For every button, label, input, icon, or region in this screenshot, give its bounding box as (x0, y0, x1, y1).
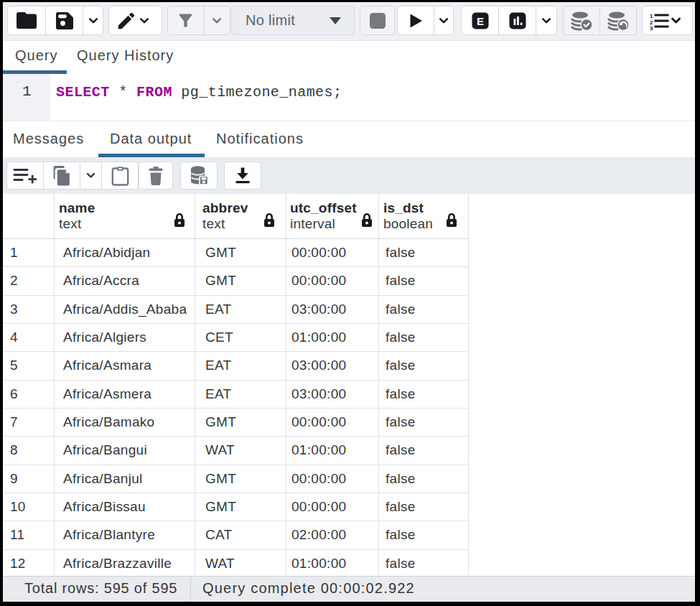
svg-text:1: 1 (650, 13, 653, 19)
svg-text:E: E (476, 14, 483, 27)
svg-text:3: 3 (650, 25, 653, 30)
